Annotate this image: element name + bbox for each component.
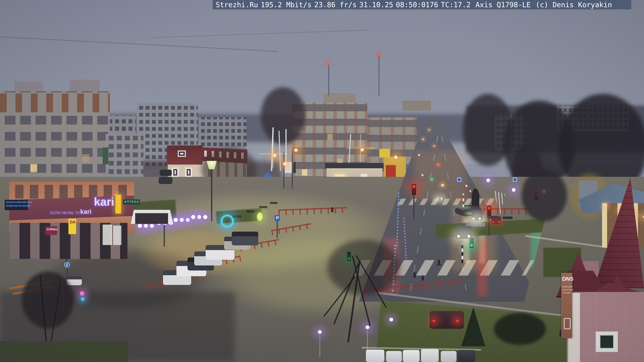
parked-car-bottom [403, 350, 420, 362]
kari-tagline: ЕСЛИ ОБУВЬ ТО [50, 211, 80, 215]
webcam-frame: КРУЖКА АвтоЛига ЕДЫ ПО ПУТИ [0, 0, 644, 362]
pedestrian [331, 207, 333, 212]
headlight [479, 218, 481, 220]
round-sign-icon [464, 184, 468, 188]
parked-car-bottom [441, 351, 456, 362]
overlay-site: Strezhi.Ru [216, 1, 258, 9]
parked-car-bottom [366, 350, 384, 362]
overlay-timecode: TC:17.2 [441, 1, 470, 9]
bench [270, 202, 278, 204]
bench [232, 215, 241, 218]
headlight [437, 198, 438, 199]
bank-sign-line2: РАЗВИТИЯ РЕГИОНОВ [6, 205, 30, 207]
zaimy-sign: ЗАЙМЫ [46, 228, 57, 231]
parked-car-bottom-dark [458, 350, 475, 362]
neon-kiosk-cyan [81, 297, 84, 301]
bank-sign-line1: ВСЕРОССИЙСКИЙ БАНК [6, 201, 32, 203]
lamp-pole [164, 225, 165, 247]
traffic-light-pole [413, 195, 414, 219]
overlay-camera-model: Axis Q1798-LE [476, 1, 531, 9]
showcase-poster [103, 225, 112, 245]
pavilion-roof [325, 163, 384, 169]
street-lamp-warm [273, 154, 276, 157]
overlay-bitrate: 195.2 Mbit/s [261, 1, 312, 9]
reflection-distant [414, 151, 466, 201]
headlight [441, 198, 442, 199]
foreground-tree-left [22, 272, 74, 329]
roof-box [402, 100, 431, 111]
da-sign: DA [70, 220, 76, 224]
overlay-copyright: (c) Denis Koryakin [536, 1, 612, 9]
taillight [492, 221, 494, 223]
lit-windows [10, 139, 17, 147]
traffic-light-green [470, 244, 473, 247]
headlight [472, 218, 474, 220]
globe-lamp-cluster [174, 218, 178, 222]
traffic-light-red [412, 185, 416, 188]
lawn [0, 341, 128, 362]
pedestrian [422, 275, 424, 281]
window [172, 168, 178, 177]
lawn-lamp [390, 318, 393, 322]
bench [246, 210, 255, 213]
entrance-interior [135, 213, 168, 224]
showcase-poster [113, 226, 122, 245]
dns-window-glass [600, 335, 614, 349]
globe-lamp-cluster [191, 215, 195, 219]
antenna-light [377, 54, 379, 56]
crosswalk-sign-icon [513, 178, 517, 182]
tree-mass [522, 169, 567, 221]
pedestrian [414, 272, 416, 278]
lime-oval-art [257, 212, 263, 221]
green-gable-house [103, 147, 108, 164]
bench [503, 217, 512, 219]
median-striped-pole [462, 244, 463, 263]
parked-car-bottom [421, 349, 439, 362]
parking-sign-label: P [276, 216, 279, 220]
small-billboard [379, 149, 390, 158]
neon-kiosk-pink [80, 291, 84, 296]
bush [494, 313, 546, 345]
overlay-date: 31.10.25 [359, 1, 393, 9]
lamp-pole [211, 168, 212, 221]
street-lamp-warm [294, 148, 298, 152]
reflection-red [477, 240, 488, 297]
antenna-mast [328, 64, 329, 95]
flag-pole [284, 152, 284, 189]
sign-pole-striped [462, 194, 464, 210]
street-lamp-violet [512, 188, 516, 192]
smartphone-icon [564, 318, 570, 329]
kari-sign-small: kari [80, 209, 92, 215]
taillight [432, 320, 435, 322]
dns-banner-line1: ЦИФРОВАЯ [562, 286, 572, 288]
bench [259, 206, 267, 208]
street-lamp-warm [283, 162, 286, 166]
street-lamp-violet [486, 178, 490, 182]
round-sign-icon [468, 189, 472, 193]
apteka-sign: АПТЕКА [124, 200, 139, 203]
street-lamp-warm [394, 156, 398, 159]
overlay-time: 08:50:0176 [396, 1, 438, 9]
facade-downlights [604, 205, 606, 207]
window [185, 168, 192, 177]
headlight [468, 235, 470, 238]
bare-tree [261, 87, 305, 144]
crosswalk-sign-icon [457, 178, 461, 182]
parked-car-dark [159, 177, 172, 184]
scooter [436, 265, 441, 265]
distant-lights [429, 129, 430, 130]
antenna-mast [379, 55, 379, 96]
parked-car-dark [160, 170, 172, 176]
traffic-light-pole [488, 216, 490, 236]
traffic-light-red [488, 207, 490, 210]
dns-banner-logo: DNS [562, 276, 574, 282]
left-building-brick-accent [0, 93, 110, 112]
lamp-pole [319, 334, 320, 357]
taillight [456, 320, 459, 322]
taillight [498, 221, 500, 223]
parked-car [232, 232, 258, 245]
overlay-framerate: 23.86 fr/s [314, 1, 357, 9]
globe-lamp-cluster [138, 224, 142, 228]
sign-pole [67, 268, 68, 280]
street-lamp-warm [360, 148, 364, 151]
